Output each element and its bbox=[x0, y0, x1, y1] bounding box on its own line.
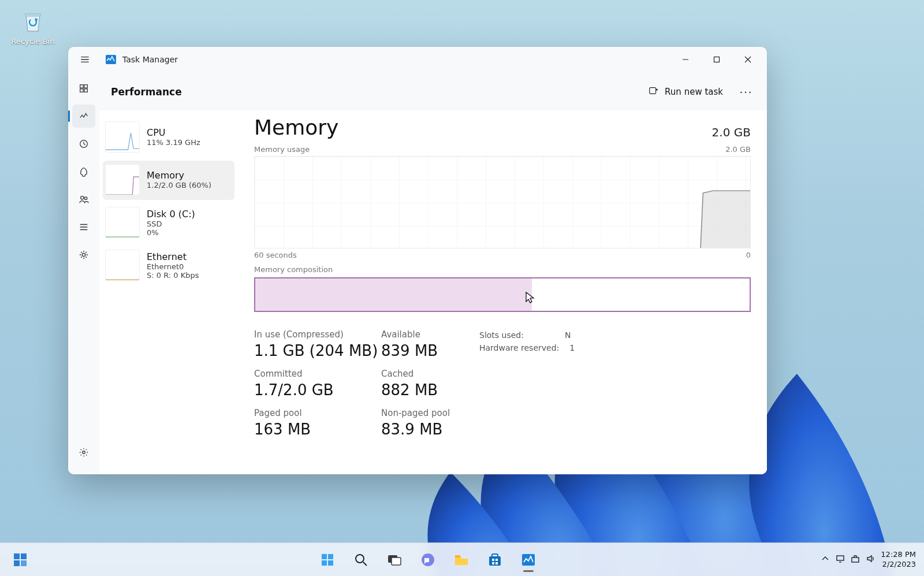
disk-mini-chart bbox=[105, 207, 140, 238]
nav-performance[interactable] bbox=[72, 105, 95, 128]
nav-settings[interactable] bbox=[72, 441, 95, 464]
paged-value: 163 MB bbox=[254, 421, 381, 438]
paged-label: Paged pool bbox=[254, 408, 381, 418]
tray-display-icon[interactable] bbox=[836, 554, 845, 566]
taskbar-start-button[interactable] bbox=[314, 547, 341, 573]
cached-label: Cached bbox=[381, 369, 479, 379]
nav-app-history[interactable] bbox=[72, 132, 95, 155]
available-value: 839 MB bbox=[381, 342, 479, 359]
nav-startup[interactable] bbox=[72, 160, 95, 183]
resource-cpu-sub: 11% 3.19 GHz bbox=[147, 138, 200, 147]
hw-reserved-value: 1 bbox=[569, 343, 575, 352]
svg-rect-16 bbox=[21, 560, 27, 566]
desktop-icon-recycle-bin[interactable]: Recycle Bin bbox=[10, 7, 55, 46]
taskbar-taskmanager-button[interactable] bbox=[515, 547, 542, 573]
nav-users[interactable] bbox=[72, 188, 95, 211]
chart1-bottom-left: 60 seconds bbox=[254, 251, 297, 259]
svg-rect-25 bbox=[455, 555, 460, 558]
svg-rect-23 bbox=[392, 558, 401, 565]
window-maximize-button[interactable] bbox=[701, 49, 732, 70]
resource-ethernet-sub2: S: 0 R: 0 Kbps bbox=[147, 271, 199, 280]
nonpaged-label: Non-paged pool bbox=[381, 408, 479, 418]
resource-cpu[interactable]: CPU 11% 3.19 GHz bbox=[103, 118, 234, 157]
svg-rect-17 bbox=[322, 554, 327, 559]
hamburger-menu-button[interactable] bbox=[76, 51, 94, 68]
resource-ethernet-title: Ethernet bbox=[147, 251, 199, 262]
resource-memory-title: Memory bbox=[147, 170, 211, 181]
window-minimize-button[interactable] bbox=[670, 49, 701, 70]
svg-rect-14 bbox=[21, 553, 27, 559]
nonpaged-value: 83.9 MB bbox=[381, 421, 479, 438]
detail-total: 2.0 GB bbox=[712, 125, 751, 139]
run-new-task-label: Run new task bbox=[665, 87, 723, 97]
resource-memory-sub: 1.2/2.0 GB (60%) bbox=[147, 181, 211, 189]
chart1-bottom-right: 0 bbox=[746, 251, 751, 259]
run-new-task-button[interactable]: Run new task bbox=[645, 83, 726, 101]
svg-rect-18 bbox=[328, 554, 333, 559]
desktop-icon-label: Recycle Bin bbox=[10, 37, 55, 46]
svg-marker-12 bbox=[701, 191, 750, 248]
taskbar-widgets-button[interactable] bbox=[7, 547, 33, 573]
available-label: Available bbox=[381, 329, 479, 340]
clock-date: 2/2/2023 bbox=[881, 560, 916, 569]
ethernet-mini-chart bbox=[105, 250, 140, 281]
taskbar-explorer-button[interactable] bbox=[448, 547, 475, 573]
taskbar-store-button[interactable] bbox=[482, 547, 508, 573]
nav-processes[interactable] bbox=[72, 77, 95, 100]
nav-details[interactable] bbox=[72, 215, 95, 239]
nav-services[interactable] bbox=[72, 243, 95, 266]
resource-disk-title: Disk 0 (C:) bbox=[147, 209, 195, 220]
taskbar-taskview-button[interactable] bbox=[381, 547, 408, 573]
svg-rect-31 bbox=[495, 562, 498, 564]
svg-rect-1 bbox=[714, 57, 720, 62]
svg-rect-15 bbox=[14, 560, 20, 566]
taskbar-search-button[interactable] bbox=[348, 547, 374, 573]
committed-label: Committed bbox=[254, 369, 381, 379]
chart1-label-left: Memory usage bbox=[254, 145, 310, 154]
tray-network-icon[interactable] bbox=[851, 554, 860, 566]
svg-rect-27 bbox=[492, 554, 498, 558]
svg-rect-4 bbox=[80, 89, 83, 92]
memory-composition-fill bbox=[255, 278, 532, 311]
resource-disk[interactable]: Disk 0 (C:) SSD 0% bbox=[103, 203, 234, 243]
svg-rect-30 bbox=[492, 562, 494, 564]
app-title: Task Manager bbox=[122, 55, 178, 64]
svg-point-10 bbox=[83, 451, 85, 454]
resource-list: CPU 11% 3.19 GHz Memory 1.2/2.0 GB (60%) bbox=[99, 110, 238, 474]
slots-used-value: N bbox=[565, 330, 571, 340]
taskbar-clock[interactable]: 12:28 PM 2/2/2023 bbox=[881, 550, 916, 569]
svg-rect-3 bbox=[84, 85, 87, 88]
resource-disk-sub2: 0% bbox=[147, 228, 195, 237]
svg-point-7 bbox=[81, 196, 84, 199]
memory-usage-chart[interactable] bbox=[254, 156, 751, 248]
tray-chevron-icon[interactable] bbox=[821, 554, 830, 566]
run-new-task-icon bbox=[649, 86, 659, 98]
resource-memory[interactable]: Memory 1.2/2.0 GB (60%) bbox=[103, 161, 234, 200]
titlebar[interactable]: Task Manager bbox=[68, 47, 767, 72]
chart1-label-right: 2.0 GB bbox=[725, 145, 751, 154]
page-title: Performance bbox=[111, 86, 182, 98]
resource-cpu-title: CPU bbox=[147, 127, 200, 138]
mouse-cursor-icon bbox=[525, 291, 535, 306]
resource-ethernet[interactable]: Ethernet Ethernet0 S: 0 R: 0 Kbps bbox=[103, 246, 234, 285]
detail-pane: Memory 2.0 GB Memory usage 2.0 GB bbox=[238, 110, 767, 474]
svg-rect-33 bbox=[837, 556, 844, 560]
memory-composition-bar[interactable] bbox=[254, 277, 751, 312]
detail-title: Memory bbox=[254, 116, 338, 139]
window-close-button[interactable] bbox=[732, 49, 763, 70]
hw-reserved-label: Hardware reserved: bbox=[479, 343, 559, 352]
svg-point-8 bbox=[84, 197, 87, 200]
nav-rail bbox=[68, 72, 99, 474]
task-manager-window: Task Manager bbox=[68, 47, 767, 474]
tray-volume-icon[interactable] bbox=[866, 554, 875, 566]
more-button[interactable]: ··· bbox=[737, 83, 755, 101]
resource-disk-sub: SSD bbox=[147, 220, 195, 228]
taskbar: 12:28 PM 2/2/2023 bbox=[0, 542, 924, 576]
svg-rect-19 bbox=[322, 560, 327, 566]
svg-rect-28 bbox=[492, 559, 494, 561]
chart2-label: Memory composition bbox=[254, 265, 751, 274]
cpu-mini-chart bbox=[105, 121, 140, 153]
taskbar-chat-button[interactable] bbox=[415, 547, 441, 573]
slots-used-label: Slots used: bbox=[479, 330, 554, 340]
svg-rect-5 bbox=[84, 89, 87, 92]
